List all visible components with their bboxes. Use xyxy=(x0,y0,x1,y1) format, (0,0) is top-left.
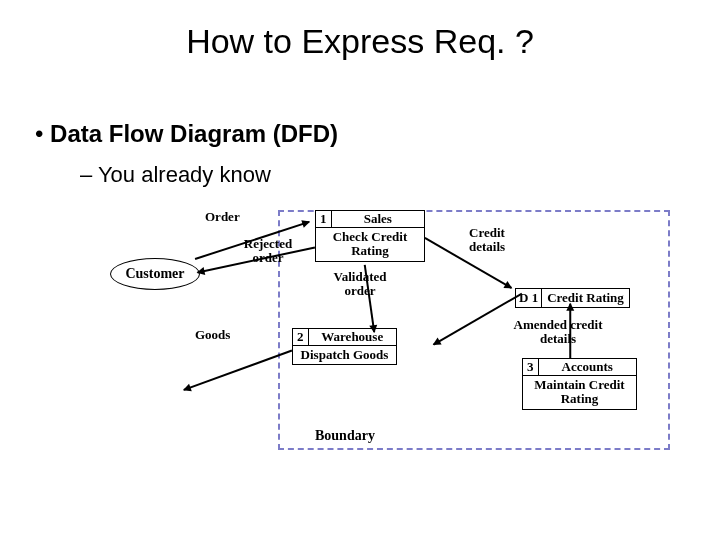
external-customer: Customer xyxy=(110,258,200,290)
datastore-title: Credit Rating xyxy=(542,289,629,307)
bullet-level1: Data Flow Diagram (DFD) xyxy=(35,120,338,148)
process-num: 1 xyxy=(316,211,332,227)
process-num: 3 xyxy=(523,359,539,375)
flow-amended: Amended credit details xyxy=(508,318,608,345)
process-title: Accounts xyxy=(539,359,637,375)
flow-credit-details: Credit details xyxy=(462,226,512,253)
process-body: Check Credit Rating xyxy=(316,228,424,261)
arrow-goods xyxy=(184,350,293,391)
flow-goods: Goods xyxy=(195,328,230,342)
process-warehouse: 2 Warehouse Dispatch Goods xyxy=(292,328,397,365)
process-body: Dispatch Goods xyxy=(293,346,396,364)
dfd-diagram: Boundary Customer 1 Sales Check Credit R… xyxy=(110,210,670,460)
process-title: Sales xyxy=(332,211,425,227)
boundary-label: Boundary xyxy=(315,428,375,444)
datastore-num: D 1 xyxy=(516,289,542,307)
bullet-level2: You already know xyxy=(80,162,271,188)
process-title: Warehouse xyxy=(309,329,397,345)
process-accounts: 3 Accounts Maintain Credit Rating xyxy=(522,358,637,410)
process-num: 2 xyxy=(293,329,309,345)
process-body: Maintain Credit Rating xyxy=(523,376,636,409)
arrow-amended xyxy=(569,304,571,359)
process-sales: 1 Sales Check Credit Rating xyxy=(315,210,425,262)
external-label: Customer xyxy=(125,266,184,282)
slide-title: How to Express Req. ? xyxy=(0,22,720,61)
flow-validated: Validated order xyxy=(325,270,395,297)
flow-order: Order xyxy=(205,210,240,224)
